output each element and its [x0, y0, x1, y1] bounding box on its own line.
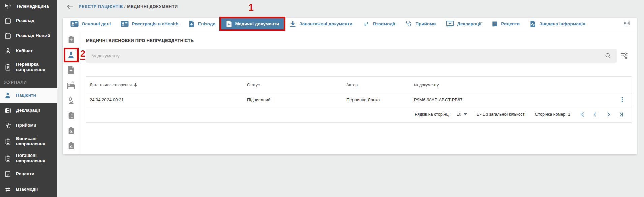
sidebar-item-interactions[interactable]: Взаємодії [0, 181, 57, 197]
column-header-doc-number: № документу [410, 83, 613, 87]
breadcrumb: РЕЄСТР ПАЦІЄНТІВ / МЕДИЧНІ ДОКУМЕНТИ [79, 4, 178, 9]
box-plus-icon [446, 21, 454, 27]
tab-uploaded-documents[interactable]: Завантажені документи [284, 18, 358, 30]
sidebar: Телемедицина Розклад Розклад Новий Кабін… [0, 0, 57, 197]
tab-ehealth-registration[interactable]: Реєстрація в eHealth [116, 18, 183, 30]
search-row [86, 49, 632, 63]
tab-prescriptions[interactable]: Рецепти [486, 18, 525, 30]
section-title: МЕДИЧНІ ВИСНОВКИ ПРО НЕПРАЦЕЗДАТНІСТЬ [86, 38, 632, 43]
column-header-created[interactable]: Дата та час створення [86, 83, 244, 87]
next-page-icon[interactable] [606, 112, 611, 117]
previous-page-icon[interactable] [593, 112, 598, 117]
clipboard-up-icon [4, 138, 11, 145]
sidebar-item-schedule[interactable]: Розклад [0, 13, 57, 28]
sidebar-item-label: Декларації [16, 108, 40, 113]
sidebar-item-label: Виписані направлення [16, 136, 54, 147]
tab-summary-info[interactable]: Зведена інформація [525, 18, 590, 30]
sidebar-item-label: Перевірка направлення [16, 62, 54, 73]
strip-clipboard-plus-icon[interactable] [67, 35, 75, 44]
annotation-step-1: 1 [248, 3, 254, 12]
sidebar-item-appointments[interactable]: Прийоми [0, 118, 57, 133]
sidebar-item-label: Розклад Новий [16, 33, 50, 38]
rows-per-page-select[interactable]: 10 [457, 112, 467, 117]
pagination-range-text: 1 - 1 з загальної кількості [477, 112, 526, 117]
topbar: РЕЄСТР ПАЦІЄНТІВ / МЕДИЧНІ ДОКУМЕНТИ [57, 0, 644, 13]
strip-hospital-bed-icon[interactable] [67, 81, 76, 90]
table-pagination: Рядків на сторінці: 10 1 - 1 з загальної… [86, 106, 632, 122]
sidebar-item-label: Взаємодії [16, 187, 38, 192]
column-header-author: Автор [343, 83, 410, 87]
chevron-down-icon [464, 113, 467, 115]
patient-tabbar: Основні дані Реєстрація в eHealth Епізод… [63, 18, 637, 30]
pagination-buttons [580, 112, 624, 117]
tab-interactions[interactable]: Взаємодії [358, 18, 400, 30]
cell-status: Підписаний [244, 97, 343, 102]
clipboard-check-icon [4, 155, 11, 162]
pagination-page-text: Сторінка номер: 1 [535, 112, 570, 117]
cell-author: Первинна Ланка [343, 97, 410, 102]
telemedicine-signal-icon[interactable] [623, 20, 631, 28]
stethoscope-icon [405, 20, 412, 27]
rows-per-page-label: Рядків на сторінці: [415, 112, 451, 117]
strip-clipboard-check-icon[interactable] [67, 142, 75, 150]
sidebar-item-cabinet[interactable]: Кабінет [0, 43, 57, 58]
sort-descending-icon [134, 83, 137, 87]
search-icon[interactable] [605, 52, 611, 59]
column-header-status: Статус [244, 83, 343, 87]
sidebar-item-prescriptions[interactable]: Рецепти [0, 167, 57, 181]
id-card-icon [121, 21, 129, 27]
strip-patient-conclusions-icon[interactable]: 2 [67, 51, 75, 59]
sidebar-item-label: Розклад [16, 18, 34, 23]
doctor-icon [4, 47, 11, 54]
antenna-icon [4, 3, 11, 10]
sidebar-item-schedule-new[interactable]: Розклад Новий [0, 28, 57, 43]
person-icon [4, 92, 11, 99]
row-actions-menu-icon[interactable] [613, 96, 632, 103]
tab-medical-documents[interactable]: 1 Медичні документи [221, 18, 284, 30]
strip-file-plus-icon[interactable] [67, 66, 75, 75]
document-number-search-input[interactable] [91, 53, 605, 58]
declaration-icon [4, 107, 11, 114]
tab-appointments[interactable]: Прийоми [400, 18, 441, 30]
patient-card: Основні дані Реєстрація в eHealth Епізод… [63, 18, 637, 154]
table-header-row: Дата та час створення Статус Автор № док… [86, 77, 632, 93]
breadcrumb-current: МЕДИЧНІ ДОКУМЕНТИ [127, 4, 178, 9]
cell-doc-number: P9M6-98AP-ABCT-PB67 [410, 97, 613, 102]
calendar-icon [4, 17, 11, 24]
breadcrumb-separator: / [124, 4, 127, 9]
cell-created: 24.04.2024 00:21 [86, 97, 244, 102]
sidebar-section-journals: ЖУРНАЛИ [0, 76, 57, 88]
sidebar-item-declarations[interactable]: Декларації [0, 103, 57, 118]
download-icon [289, 21, 296, 27]
file-pulse-icon [530, 20, 536, 27]
sidebar-item-referral-check[interactable]: Перевірка направлення [0, 58, 57, 76]
sidebar-item-label: Кабінет [16, 48, 33, 54]
clipboard-icon [4, 64, 11, 71]
breadcrumb-link-patients-registry[interactable]: РЕЄСТР ПАЦІЄНТІВ [79, 4, 123, 9]
id-card-icon [70, 21, 79, 27]
back-button[interactable] [67, 4, 73, 10]
stethoscope-icon [4, 122, 11, 129]
last-page-icon[interactable] [619, 112, 624, 117]
strip-clipboard-pulse-icon[interactable] [67, 126, 75, 135]
sidebar-item-label: Рецепти [16, 171, 34, 177]
first-page-icon[interactable] [580, 112, 585, 117]
sidebar-item-label: Пацієнти [16, 93, 36, 98]
filter-sliders-icon[interactable] [617, 52, 632, 59]
strip-clipboard-list-icon[interactable] [67, 111, 75, 120]
sidebar-item-redeemed-referrals[interactable]: Погашені направлення [0, 150, 57, 167]
arrows-icon [4, 186, 11, 193]
receipt-icon [491, 21, 498, 27]
sidebar-item-label: Телемедицина [16, 4, 49, 9]
tab-main-data[interactable]: Основні дані [65, 18, 116, 30]
sidebar-item-issued-referrals[interactable]: Виписані направлення [0, 133, 57, 150]
tab-episodes[interactable]: Епізоди [183, 18, 220, 30]
sidebar-item-telemedicine[interactable]: Телемедицина [0, 0, 57, 13]
table-row[interactable]: 24.04.2024 00:21 Підписаний Первинна Лан… [86, 93, 632, 106]
strip-microscope-icon[interactable] [67, 96, 75, 105]
sidebar-item-label: Погашені направлення [16, 153, 54, 164]
calendar-icon [4, 32, 11, 39]
tab-declarations[interactable]: Декларації [441, 18, 486, 30]
sidebar-item-label: Прийоми [16, 123, 36, 128]
sidebar-item-patients[interactable]: Пацієнти [0, 88, 57, 103]
